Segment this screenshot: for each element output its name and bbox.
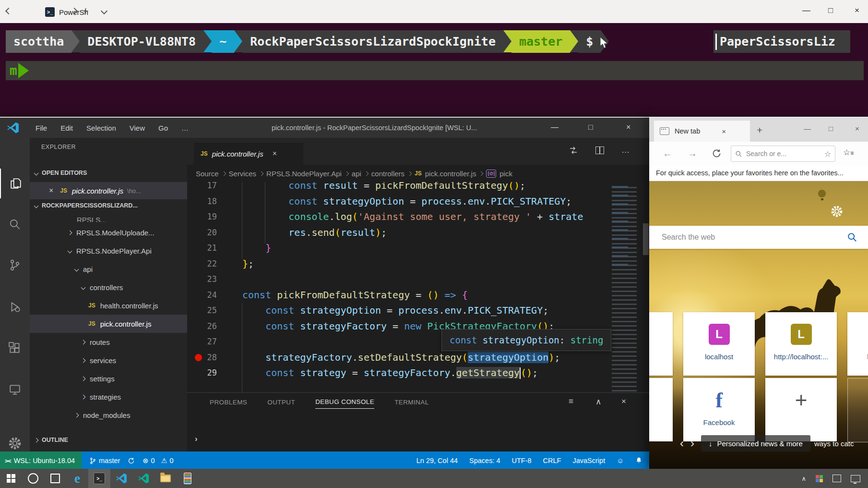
tile-ghost[interactable] xyxy=(847,378,868,442)
cortana-button[interactable] xyxy=(22,469,44,488)
tree-item-health-controller-js[interactable]: JShealth.controller.js xyxy=(30,296,187,315)
edge-close-button[interactable]: × xyxy=(855,124,859,133)
remote-indicator[interactable]: >< WSL: Ubuntu-18.04 xyxy=(0,451,82,470)
tray-color-icon[interactable] xyxy=(816,475,823,482)
menu-[interactable]: … xyxy=(176,122,194,134)
breadcrumb-item[interactable]: RPSLS.NodePlayer.Api xyxy=(266,170,342,178)
open-editors-header[interactable]: OPEN EDITORS xyxy=(35,170,87,176)
eol-sequence[interactable]: CRLF xyxy=(543,457,561,464)
code-editor[interactable]: 17 const result = pickFromDefaultStrateg… xyxy=(187,182,642,392)
forward-icon[interactable]: → xyxy=(688,148,697,159)
taskbar-edge[interactable]: e xyxy=(66,469,88,488)
remote-explorer-icon[interactable] xyxy=(0,375,30,404)
tray-display-icon[interactable] xyxy=(851,475,860,482)
menu-selection[interactable]: Selection xyxy=(81,122,122,134)
tile-facebook[interactable]: fFacebook xyxy=(683,378,755,441)
panel-close-icon[interactable]: × xyxy=(621,397,626,406)
vscode-minimize-button[interactable]: — xyxy=(551,123,559,132)
tile-google[interactable]: GGoogle xyxy=(649,312,673,376)
pager-prev-icon[interactable]: ‹ xyxy=(680,437,684,450)
breadcrumb-item[interactable]: controllers xyxy=(371,170,404,178)
tree-item-rpsls-nodeplayer-api[interactable]: RPSLS.NodePlayer.Api xyxy=(30,242,187,260)
workspace-header[interactable]: ROCKPAPERSCISSORSLIZARD... xyxy=(35,202,138,209)
panel-collapse-icon[interactable]: ∧ xyxy=(595,397,601,407)
start-button[interactable] xyxy=(0,469,22,488)
tree-item-settings[interactable]: settings xyxy=(30,369,187,388)
tree-item-routes[interactable]: routes xyxy=(30,333,187,351)
tree-item-strategies[interactable]: strategies xyxy=(30,388,187,406)
encoding[interactable]: UTF-8 xyxy=(512,457,532,464)
breadcrumb-item[interactable]: api xyxy=(352,170,361,178)
sync-button[interactable] xyxy=(128,457,135,464)
pager-next-icon[interactable]: › xyxy=(690,437,694,450)
extensions-icon[interactable] xyxy=(0,333,30,363)
web-search-box[interactable]: Search the web xyxy=(649,226,868,249)
favorites-bar-icon[interactable]: ☆≡ xyxy=(843,147,853,158)
edge-minimize-button[interactable]: — xyxy=(804,124,811,133)
tab-close-icon[interactable]: × xyxy=(273,149,277,158)
split-editor-icon[interactable] xyxy=(595,146,604,157)
terminal-dropdown-icon[interactable] xyxy=(102,7,107,15)
language-mode[interactable]: JavaScript xyxy=(572,457,605,464)
filter-icon[interactable]: ≡ xyxy=(569,397,573,406)
tile-plus[interactable]: + xyxy=(765,378,837,441)
source-control-icon[interactable] xyxy=(0,250,30,280)
explorer-icon[interactable] xyxy=(0,169,31,198)
outline-header[interactable]: OUTLINE xyxy=(35,437,68,443)
terminal-new-tab-button[interactable]: + xyxy=(83,5,89,17)
panel-tab-debug-console[interactable]: DEBUG CONSOLE xyxy=(315,395,374,409)
feedback-smiley-icon[interactable]: ☺ xyxy=(617,457,624,464)
tree-item-rpsls-modeluploade---[interactable]: RPSLS.ModelUploade... xyxy=(30,223,187,242)
errors-status[interactable]: ⊗0 ⚠0 xyxy=(143,457,173,464)
edge-new-tab-button[interactable]: + xyxy=(757,124,762,136)
notifications-bell-icon[interactable] xyxy=(635,456,642,465)
tray-package-icon[interactable] xyxy=(832,475,841,482)
breadcrumb-item[interactable]: Services xyxy=(229,170,257,178)
address-bar[interactable]: Search or e... ☆ xyxy=(731,146,835,162)
task-view-button[interactable] xyxy=(44,469,66,488)
tab-close-icon[interactable]: × xyxy=(722,127,726,135)
tray-expand-icon[interactable]: ∧ xyxy=(801,475,806,482)
terminal-maximize-button[interactable]: □ xyxy=(828,6,833,15)
editor-tab-active[interactable]: JS pick.controller.js × xyxy=(194,143,303,165)
taskbar-app[interactable] xyxy=(177,469,199,488)
tab-scroll-right-icon[interactable] xyxy=(72,5,77,16)
search-icon[interactable] xyxy=(0,209,30,239)
menu-view[interactable]: View xyxy=(124,122,151,134)
breadcrumb-item[interactable]: JSpick.controller.js xyxy=(415,170,476,178)
terminal-close-button[interactable]: × xyxy=(855,6,859,15)
vscode-maximize-button[interactable]: □ xyxy=(588,123,593,132)
taskbar-terminal[interactable]: >_ xyxy=(88,469,110,488)
open-editor-item[interactable]: × JS pick.controller.js \ho... xyxy=(30,182,187,199)
git-branch-status[interactable]: master xyxy=(89,457,120,464)
page-settings-gear-icon[interactable] xyxy=(831,205,843,220)
menu-edit[interactable]: Edit xyxy=(55,122,79,134)
edge-maximize-button[interactable]: □ xyxy=(829,124,833,133)
tree-item-services[interactable]: services xyxy=(30,351,187,369)
indentation[interactable]: Spaces: 4 xyxy=(469,457,500,464)
open-changes-icon[interactable] xyxy=(569,146,578,158)
tree-item-api[interactable]: api xyxy=(30,260,187,278)
menu-file[interactable]: File xyxy=(30,122,53,134)
panel-tab-terminal[interactable]: TERMINAL xyxy=(394,396,428,409)
menu-go[interactable]: Go xyxy=(153,122,174,134)
run-debug-icon[interactable] xyxy=(0,292,30,322)
edge-tab[interactable]: New tab × xyxy=(654,121,750,142)
close-icon[interactable]: × xyxy=(49,186,53,195)
tile-http---localhost----[interactable]: Lhttp://localhost:... xyxy=(765,312,837,376)
tile-office[interactable]: Office xyxy=(649,378,673,441)
breadcrumb-item[interactable]: Source xyxy=(196,170,219,178)
panel-tab-problems[interactable]: PROBLEMS xyxy=(210,396,247,409)
breakpoint-icon[interactable] xyxy=(195,354,202,361)
taskbar-file-explorer[interactable] xyxy=(155,469,177,488)
tree-item-pick-controller-js[interactable]: JSpick.controller.js xyxy=(30,315,187,333)
panel-tab-output[interactable]: OUTPUT xyxy=(267,396,295,409)
cursor-position[interactable]: Ln 29, Col 44 xyxy=(416,457,458,464)
terminal-input-line[interactable]: m xyxy=(6,61,864,80)
taskbar-vscode[interactable] xyxy=(110,469,132,488)
tree-item-controllers[interactable]: controllers xyxy=(30,278,187,296)
tile-http---12---[interactable]: Lhttp://12... xyxy=(847,312,868,376)
editor-scrollbar[interactable] xyxy=(643,223,649,255)
terminal-minimize-button[interactable]: — xyxy=(802,6,810,15)
more-actions-icon[interactable]: … xyxy=(621,146,630,155)
